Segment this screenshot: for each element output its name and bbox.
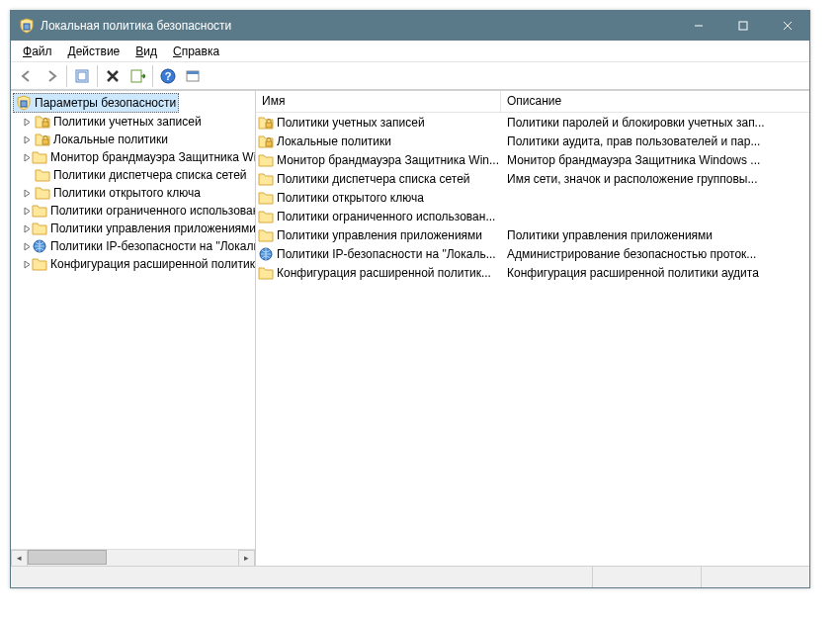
- column-header-description[interactable]: Описание: [501, 91, 809, 112]
- list-item-name: Политики учетных записей: [277, 116, 425, 130]
- folder-lock-icon: [258, 115, 274, 131]
- tree-item[interactable]: Политики ограниченного использования про…: [21, 202, 255, 220]
- delete-button[interactable]: [101, 64, 125, 88]
- statusbar: [11, 566, 809, 587]
- folder-icon: [258, 265, 274, 281]
- list-item-description: Администрирование безопасностью проток..…: [501, 247, 809, 261]
- list-row[interactable]: Политики учетных записей Политики пароле…: [256, 113, 809, 132]
- tree-item[interactable]: Конфигурация расширенной политики аудита: [21, 255, 255, 273]
- tree-item[interactable]: Политики IP-безопасности на "Локальный к…: [21, 237, 255, 255]
- tree-item[interactable]: Политики открытого ключа: [21, 184, 255, 202]
- help-button[interactable]: [156, 64, 180, 88]
- expander-icon[interactable]: [23, 224, 32, 233]
- list-row[interactable]: Конфигурация расширенной политик... Конф…: [256, 263, 809, 282]
- folder-icon: [32, 221, 47, 236]
- folder-icon: [32, 256, 47, 272]
- folder-lock-icon: [35, 114, 50, 130]
- scroll-thumb[interactable]: [28, 550, 107, 565]
- maximize-button[interactable]: [720, 11, 765, 41]
- up-level-button[interactable]: [70, 64, 94, 88]
- list-item-name: Локальные политики: [277, 134, 391, 148]
- list-row[interactable]: Монитор брандмауэра Защитника Win... Мон…: [256, 150, 809, 169]
- list-item-name: Политики IP-безопасности на "Локаль...: [277, 247, 496, 261]
- list-item-name: Конфигурация расширенной политик...: [277, 266, 491, 280]
- status-segment: [592, 567, 701, 587]
- tree-item-label: Политики управления приложениями: [50, 222, 255, 235]
- list-item-description: Политики управления приложениями: [501, 228, 809, 242]
- folder-icon: [258, 209, 274, 224]
- tree-item-label: Политики диспетчера списка сетей: [53, 168, 247, 182]
- tree-item[interactable]: Политики диспетчера списка сетей: [21, 166, 255, 184]
- properties-button[interactable]: [181, 64, 205, 88]
- tree-root-label: Параметры безопасности: [35, 96, 176, 110]
- folder-icon: [35, 167, 50, 183]
- tree-item[interactable]: Политики управления приложениями: [21, 220, 255, 237]
- list-item-name: Политики ограниченного использован...: [277, 210, 495, 223]
- folder-icon: [258, 190, 274, 206]
- expander-icon[interactable]: [23, 207, 32, 216]
- expander-icon[interactable]: [23, 135, 35, 144]
- forward-button[interactable]: [40, 64, 63, 88]
- expander-icon[interactable]: [23, 242, 32, 251]
- tree-item[interactable]: Политики учетных записей: [21, 113, 255, 131]
- folder-icon: [35, 185, 50, 201]
- app-window: Локальная политика безопасности Файл Дей…: [10, 10, 810, 588]
- tree-item-label: Политики учетных записей: [53, 115, 202, 129]
- menu-view[interactable]: Вид: [127, 43, 165, 60]
- app-icon: [19, 18, 35, 34]
- list-body: Политики учетных записей Политики пароле…: [256, 113, 809, 566]
- column-header-name[interactable]: Имя: [256, 91, 501, 112]
- list-row[interactable]: Политики открытого ключа: [256, 188, 809, 207]
- shield-icon: [16, 95, 32, 111]
- toolbar-separator: [66, 65, 67, 87]
- toolbar-separator: [97, 65, 98, 87]
- tree-body: Параметры безопасности Политики учетных …: [11, 91, 255, 549]
- list-row[interactable]: Локальные политики Политики аудита, прав…: [256, 132, 809, 150]
- list-item-name: Политики диспетчера списка сетей: [277, 172, 470, 186]
- scroll-left-button[interactable]: ◂: [11, 550, 28, 567]
- list-item-description: Политики паролей и блокировки учетных за…: [501, 116, 809, 130]
- tree-item-label: Политики открытого ключа: [53, 186, 201, 200]
- toolbar: [11, 62, 809, 90]
- tree-item-label: Политики IP-безопасности на "Локальный к…: [50, 239, 255, 253]
- list-row[interactable]: Политики диспетчера списка сетей Имя сет…: [256, 169, 809, 188]
- folder-icon: [258, 227, 274, 243]
- minimize-button[interactable]: [676, 11, 720, 41]
- list-item-description: Политики аудита, прав пользователей и па…: [501, 134, 809, 148]
- folder-lock-icon: [258, 133, 274, 149]
- tree-item[interactable]: Локальные политики: [21, 131, 255, 148]
- tree-item-label: Политики ограниченного использования про…: [50, 204, 255, 218]
- tree-item[interactable]: Монитор брандмауэра Защитника Windows: [21, 148, 255, 166]
- list-row[interactable]: Политики ограниченного использован...: [256, 207, 809, 225]
- list-header: Имя Описание: [256, 91, 809, 113]
- scroll-track[interactable]: [28, 550, 238, 567]
- content-area: Параметры безопасности Политики учетных …: [11, 90, 809, 566]
- close-button[interactable]: [765, 11, 809, 41]
- expander-icon[interactable]: [23, 118, 35, 127]
- menu-action[interactable]: Действие: [60, 43, 128, 60]
- back-button[interactable]: [15, 64, 39, 88]
- list-row[interactable]: Политики IP-безопасности на "Локаль... А…: [256, 244, 809, 263]
- tree-root[interactable]: Параметры безопасности: [13, 93, 179, 113]
- window-title: Локальная политика безопасности: [41, 19, 676, 33]
- list-row[interactable]: Политики управления приложениями Политик…: [256, 225, 809, 244]
- list-item-description: Монитор брандмауэра Защитника Windows ..…: [501, 153, 809, 167]
- list-item-name: Монитор брандмауэра Защитника Win...: [277, 153, 499, 167]
- menu-file[interactable]: Файл: [15, 43, 60, 60]
- list-item-description: Имя сети, значок и расположение групповы…: [501, 172, 809, 186]
- menu-help[interactable]: Справка: [165, 43, 227, 60]
- tree-horizontal-scrollbar[interactable]: ◂ ▸: [11, 549, 255, 566]
- svg-rect-10: [739, 22, 747, 30]
- tree-pane: Параметры безопасности Политики учетных …: [11, 91, 256, 566]
- tree-item-label: Монитор брандмауэра Защитника Windows: [50, 150, 255, 164]
- expander-icon[interactable]: [23, 189, 35, 198]
- toolbar-separator: [152, 65, 153, 87]
- expander-icon[interactable]: [23, 153, 32, 162]
- export-button[interactable]: [126, 64, 149, 88]
- scroll-right-button[interactable]: ▸: [238, 550, 255, 567]
- tree-item-label: Конфигурация расширенной политики аудита: [50, 257, 255, 271]
- folder-icon: [258, 171, 274, 187]
- expander-icon[interactable]: [23, 260, 32, 269]
- folder-lock-icon: [35, 132, 50, 147]
- folder-icon: [258, 152, 274, 168]
